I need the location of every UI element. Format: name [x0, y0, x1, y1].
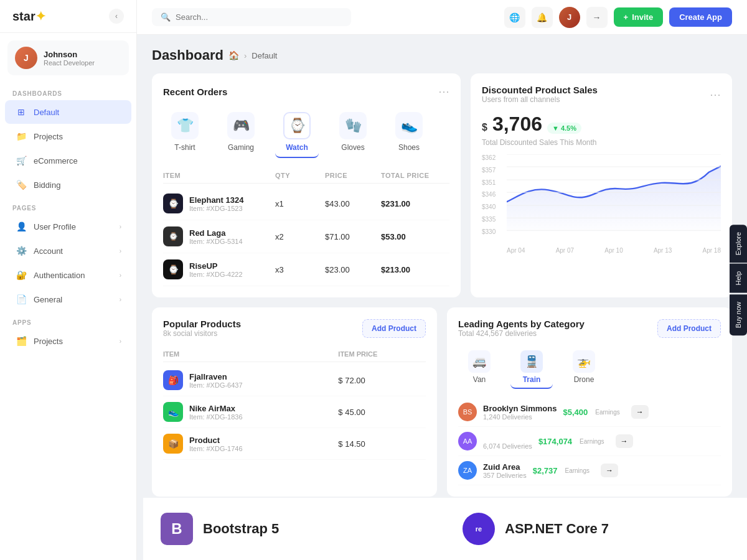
invite-button[interactable]: + Invite — [614, 7, 664, 27]
agent-earnings: $2,737 — [533, 466, 558, 475]
sidebar-item-authentication[interactable]: 🔐 Authentication › — [5, 263, 131, 287]
topbar-avatar[interactable]: J — [559, 7, 580, 28]
product-details: Nike AirMax Item: #XDG-1836 — [189, 404, 243, 421]
help-edge-button[interactable]: Help — [730, 264, 747, 293]
chart-x-labels: Apr 04 Apr 07 Apr 10 Apr 13 Apr 18 — [507, 247, 721, 254]
create-app-button[interactable]: Create App — [669, 7, 732, 27]
sales-amount: $ 3,706 ▼ 4.5% — [482, 113, 721, 136]
sidebar-item-label: Account — [34, 246, 113, 256]
chevron-down-icon: › — [120, 223, 121, 230]
sidebar-item-default[interactable]: ⊞ Default — [5, 100, 131, 124]
price-value: $23.00 — [325, 265, 381, 274]
sales-more-button[interactable]: ⋯ — [710, 88, 721, 101]
product-row: 👟 Nike AirMax Item: #XDG-1836 $ 45.00 — [163, 396, 426, 428]
arrow-icon[interactable]: → — [616, 434, 633, 448]
user-name: Johnson — [44, 50, 95, 59]
promo-banners: B Bootstrap 5 re ASP.NET Core 7 — [143, 498, 747, 560]
sidebar-item-projects-app[interactable]: 🗂️ Projects › — [5, 329, 131, 353]
sidebar-item-ecommerce[interactable]: 🛒 eCommerce — [5, 149, 131, 172]
y-label: $346 — [482, 191, 496, 198]
sidebar-item-projects[interactable]: 📁 Projects — [5, 124, 131, 148]
van-tab-icon: 🚐 — [468, 350, 491, 373]
globe-icon[interactable]: 🌐 — [504, 7, 525, 28]
account-icon: ⚙️ — [15, 245, 27, 257]
agent-info: Zuid Area 357 Deliveries — [483, 462, 527, 479]
product-row: 🎒 Fjallraven Item: #XDG-6437 $ 72.00 — [163, 365, 426, 396]
projects-icon: 📁 — [15, 130, 27, 142]
product-sku: Item: #XDG-1836 — [189, 413, 243, 421]
sidebar-item-account[interactable]: ⚙️ Account › — [5, 239, 131, 263]
user-info: Johnson React Developer — [44, 50, 95, 67]
aspnet-title: ASP.NET Core 7 — [505, 521, 609, 537]
sidebar-item-general[interactable]: 📄 General › — [5, 287, 131, 311]
sidebar-item-label: Authentication — [34, 271, 113, 280]
chevron-down-icon: › — [120, 338, 121, 345]
tab-train[interactable]: 🚆 Train — [510, 347, 553, 389]
bootstrap-promo-banner[interactable]: B Bootstrap 5 — [143, 498, 445, 560]
default-icon: ⊞ — [15, 106, 27, 118]
topbar: 🔍 🌐 🔔 J → + Invite Create App — [137, 0, 747, 35]
sidebar-item-label: eCommerce — [34, 156, 121, 166]
bottom-grid: Popular Products 8k social visitors Add … — [152, 307, 732, 497]
sidebar-pages-section: PAGES 👤 User Profile › ⚙️ Account › 🔐 Au… — [0, 197, 136, 312]
aspnet-promo-banner[interactable]: re ASP.NET Core 7 — [445, 498, 747, 560]
bootstrap-title: Bootstrap 5 — [203, 521, 279, 537]
user-card[interactable]: J Johnson React Developer — [7, 40, 129, 75]
breadcrumb-current: Default — [251, 51, 277, 60]
train-tab-icon: 🚆 — [520, 350, 543, 373]
chevron-down-icon: › — [120, 296, 121, 303]
product-thumbnail: 📦 — [163, 434, 183, 454]
tab-gaming[interactable]: 🎮 Gaming — [219, 107, 263, 158]
price-value: $71.00 — [325, 232, 381, 241]
table-row: ⌚ RiseUP Item: #XDG-4222 x3 $23.00 $213.… — [163, 253, 449, 286]
popular-products-card: Popular Products 8k social visitors Add … — [152, 307, 437, 497]
agent-row: AA 6,074 Deliveries $174,074 Earnings → — [458, 427, 721, 456]
recent-orders-more-button[interactable]: ⋯ — [438, 85, 449, 98]
arrow-icon[interactable]: → — [601, 464, 618, 477]
arrow-right-icon[interactable]: → — [586, 7, 608, 28]
search-input[interactable] — [176, 12, 342, 22]
arrow-icon[interactable]: → — [631, 405, 649, 419]
order-tabs: 👕 T-shirt 🎮 Gaming ⌚ Watch 🧤 Gloves — [163, 107, 449, 158]
earnings-label: Earnings — [565, 467, 589, 474]
plus-icon: + — [624, 12, 629, 22]
sidebar-item-user-profile[interactable]: 👤 User Profile › — [5, 215, 131, 238]
explore-edge-button[interactable]: Explore — [730, 225, 747, 263]
sales-badge: ▼ 4.5% — [547, 123, 581, 134]
add-product-button[interactable]: Add Product — [362, 319, 426, 338]
tshirt-tab-icon: 👕 — [171, 112, 199, 139]
item-details: Red Laga Item: #XDG-5314 — [189, 228, 243, 245]
qty-value: x1 — [275, 199, 325, 208]
buy-now-edge-button[interactable]: Buy now — [730, 294, 747, 335]
search-box[interactable]: 🔍 — [152, 8, 351, 26]
popular-products-title: Popular Products — [163, 319, 241, 329]
price-value: $43.00 — [325, 199, 381, 208]
tab-watch[interactable]: ⌚ Watch — [275, 107, 319, 158]
product-item-cell: 👟 Nike AirMax Item: #XDG-1836 — [163, 402, 338, 422]
col-qty: QTY — [275, 172, 325, 179]
sidebar-collapse-button[interactable]: ‹ — [109, 9, 124, 24]
earnings-label: Earnings — [595, 409, 619, 416]
y-label: $357 — [482, 167, 496, 174]
sidebar-item-label: Projects — [34, 132, 121, 141]
agent-deliveries: 1,240 Deliveries — [483, 413, 557, 421]
product-price: $ 14.50 — [338, 439, 426, 449]
breadcrumb-separator: › — [244, 51, 247, 60]
total-value: $213.00 — [381, 265, 449, 274]
y-label: $330 — [482, 228, 496, 235]
notification-icon[interactable]: 🔔 — [532, 7, 553, 28]
item-cell: ⌚ RiseUP Item: #XDG-4222 — [163, 259, 275, 279]
agents-add-button[interactable]: Add Product — [657, 319, 721, 338]
tab-drone[interactable]: 🚁 Drone — [563, 347, 605, 389]
tab-tshirt[interactable]: 👕 T-shirt — [163, 107, 207, 158]
watch-tab-icon: ⌚ — [283, 112, 311, 139]
gaming-tab-label: Gaming — [228, 143, 254, 152]
discounted-sales-card: Discounted Product Sales Users from all … — [471, 73, 732, 297]
tab-shoes[interactable]: 👟 Shoes — [387, 107, 431, 158]
recent-orders-card: Recent Orders ⋯ 👕 T-shirt 🎮 Gaming ⌚ — [152, 73, 461, 297]
qty-value: x3 — [275, 265, 325, 274]
sidebar-item-bidding[interactable]: 🏷️ Bidding — [5, 173, 131, 197]
tab-van[interactable]: 🚐 Van — [458, 347, 500, 389]
tab-gloves[interactable]: 🧤 Gloves — [331, 107, 375, 158]
product-price: $ 45.00 — [338, 408, 426, 417]
